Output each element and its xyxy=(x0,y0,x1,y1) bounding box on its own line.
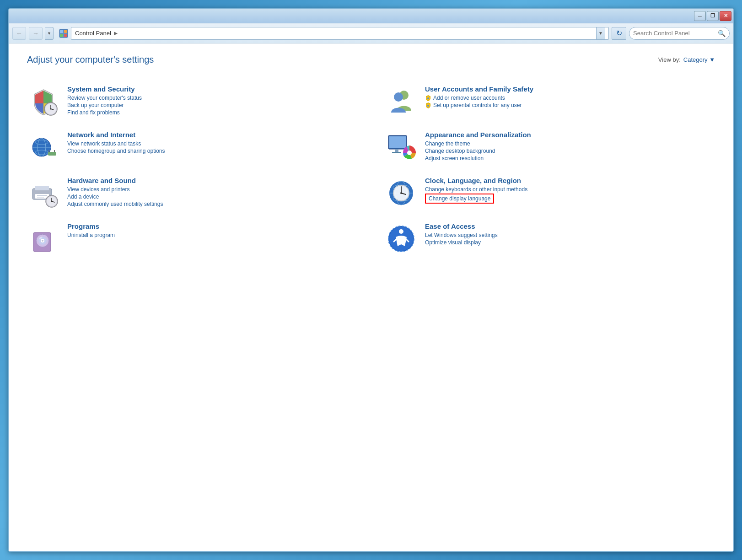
link-uninstall-program[interactable]: Uninstall a program xyxy=(67,232,357,238)
view-by-control: View by: Category ▼ xyxy=(658,56,715,63)
category-hardware-sound: Hardware and Sound View devices and prin… xyxy=(27,170,357,216)
ease-of-access-content: Ease of Access Let Windows suggest setti… xyxy=(425,222,715,247)
system-security-icon xyxy=(27,85,60,118)
search-input[interactable] xyxy=(633,30,715,37)
link-desktop-background[interactable]: Change desktop background xyxy=(425,148,715,154)
title-bar: ─ ❐ ✕ xyxy=(9,9,733,23)
system-security-content: System and Security Review your computer… xyxy=(67,85,357,117)
shield-badge-icon-2 xyxy=(425,102,431,108)
link-add-device[interactable]: Add a device xyxy=(67,194,357,200)
svg-rect-23 xyxy=(389,136,406,148)
refresh-button[interactable]: ↻ xyxy=(612,27,626,40)
programs-content: Programs Uninstall a program xyxy=(67,222,357,239)
link-screen-resolution[interactable]: Adjust screen resolution xyxy=(425,155,715,162)
svg-point-52 xyxy=(42,240,43,242)
system-security-title[interactable]: System and Security xyxy=(67,85,357,93)
clock-language-content: Clock, Language, and Region Change keybo… xyxy=(425,177,715,205)
nav-dropdown[interactable]: ▼ xyxy=(45,27,54,40)
category-programs: Programs Uninstall a program xyxy=(27,216,357,262)
svg-point-9 xyxy=(50,108,52,110)
appearance-title[interactable]: Appearance and Personalization xyxy=(425,131,715,139)
svg-rect-24 xyxy=(395,149,398,152)
content-header: Adjust your computer's settings View by:… xyxy=(27,54,715,65)
link-computer-status[interactable]: Review your computer's status xyxy=(67,95,357,101)
user-accounts-title[interactable]: User Accounts and Family Safety xyxy=(425,85,715,93)
svg-point-11 xyxy=(394,92,403,102)
categories-grid: System and Security Review your computer… xyxy=(27,79,715,262)
svg-rect-4 xyxy=(64,34,67,37)
hardware-sound-icon xyxy=(27,177,60,210)
restore-button[interactable]: ❐ xyxy=(707,11,719,21)
category-clock-language: Clock, Language, and Region Change keybo… xyxy=(385,170,715,216)
forward-button[interactable]: → xyxy=(29,27,43,40)
back-button[interactable]: ← xyxy=(12,27,26,40)
search-box[interactable]: 🔍 xyxy=(629,27,730,40)
path-text: Control Panel xyxy=(75,30,111,37)
link-fix-problems[interactable]: Find and fix problems xyxy=(67,109,357,116)
link-windows-suggest[interactable]: Let Windows suggest settings xyxy=(425,232,715,238)
clock-language-icon xyxy=(385,177,418,210)
link-homegroup[interactable]: Choose homegroup and sharing options xyxy=(67,148,357,154)
link-optimize-visual[interactable]: Optimize visual display xyxy=(425,239,715,246)
address-path[interactable]: Control Panel ► ▼ xyxy=(71,27,609,40)
link-devices-printers[interactable]: View devices and printers xyxy=(67,186,357,193)
category-ease-of-access: Ease of Access Let Windows suggest setti… xyxy=(385,216,715,262)
link-parental-controls[interactable]: Set up parental controls for any user xyxy=(425,102,715,108)
user-accounts-content: User Accounts and Family Safety Add or r… xyxy=(425,85,715,109)
link-mobility-settings[interactable]: Adjust commonly used mobility settings xyxy=(67,201,357,207)
svg-rect-32 xyxy=(37,197,44,198)
link-change-display-language[interactable]: Change display language xyxy=(425,194,494,204)
link-network-status[interactable]: View network status and tasks xyxy=(67,140,357,147)
network-internet-content: Network and Internet View network status… xyxy=(67,131,357,155)
category-appearance: Appearance and Personalization Change th… xyxy=(385,124,715,170)
ease-of-access-title[interactable]: Ease of Access xyxy=(425,222,715,230)
svg-rect-29 xyxy=(35,186,49,190)
category-network-internet: Network and Internet View network status… xyxy=(27,124,357,170)
link-change-theme[interactable]: Change the theme xyxy=(425,140,715,147)
link-add-remove-users[interactable]: Add or remove user accounts xyxy=(425,95,715,101)
close-button[interactable]: ✕ xyxy=(720,11,731,21)
svg-point-13 xyxy=(427,105,429,107)
svg-point-56 xyxy=(399,229,403,234)
svg-point-27 xyxy=(407,151,412,155)
category-user-accounts: User Accounts and Family Safety Add or r… xyxy=(385,79,715,124)
window-controls: ─ ❐ ✕ xyxy=(694,11,731,21)
link-change-keyboards[interactable]: Change keyboards or other input methods xyxy=(425,186,715,193)
hardware-sound-title[interactable]: Hardware and Sound xyxy=(67,177,357,184)
svg-rect-2 xyxy=(64,30,67,33)
svg-rect-1 xyxy=(60,30,63,33)
category-system-security: System and Security Review your computer… xyxy=(27,79,357,124)
control-panel-icon xyxy=(59,29,68,38)
control-panel-window: ─ ❐ ✕ ← → ▼ Control Panel ► ▼ ↻ 🔍 xyxy=(8,8,734,552)
programs-title[interactable]: Programs xyxy=(67,222,357,230)
programs-icon xyxy=(27,222,60,255)
search-icon[interactable]: 🔍 xyxy=(718,30,726,37)
appearance-icon xyxy=(385,131,418,164)
page-title: Adjust your computer's settings xyxy=(27,54,154,65)
svg-point-37 xyxy=(51,201,53,202)
svg-point-12 xyxy=(427,97,429,99)
svg-rect-3 xyxy=(60,34,63,37)
path-dropdown-button[interactable]: ▼ xyxy=(596,27,605,39)
shield-badge-icon xyxy=(425,95,431,101)
link-backup[interactable]: Back up your computer xyxy=(67,102,357,108)
svg-rect-31 xyxy=(37,195,47,196)
appearance-content: Appearance and Personalization Change th… xyxy=(425,131,715,162)
path-arrow: ► xyxy=(113,30,119,37)
view-by-value[interactable]: Category ▼ xyxy=(683,56,715,63)
content-area: Adjust your computer's settings View by:… xyxy=(9,43,733,551)
hardware-sound-content: Hardware and Sound View devices and prin… xyxy=(67,177,357,208)
minimize-button[interactable]: ─ xyxy=(694,11,706,21)
user-accounts-icon xyxy=(385,85,418,118)
svg-point-47 xyxy=(400,192,402,194)
address-bar: ← → ▼ Control Panel ► ▼ ↻ 🔍 xyxy=(9,23,733,43)
view-by-label: View by: xyxy=(658,56,681,63)
ease-of-access-icon xyxy=(385,222,418,255)
network-internet-title[interactable]: Network and Internet xyxy=(67,131,357,139)
svg-rect-19 xyxy=(48,152,56,156)
svg-rect-25 xyxy=(392,152,401,153)
network-internet-icon xyxy=(27,131,60,164)
clock-language-title[interactable]: Clock, Language, and Region xyxy=(425,177,715,184)
